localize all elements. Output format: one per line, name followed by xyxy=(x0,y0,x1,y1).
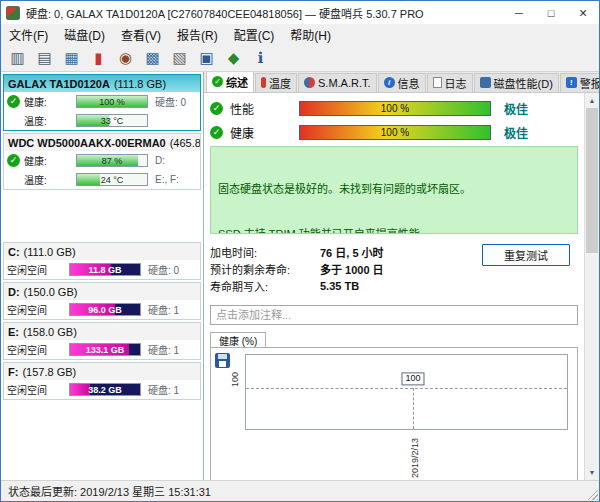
tab-bar: ✓ 综述 温度 S.M.A.R.T. i 信息 日志 xyxy=(204,72,599,93)
tab-disk-performance[interactable]: 磁盘性能(D) xyxy=(474,73,559,92)
disk-sidebar: GALAX TA1D0120A (111.8 GB) ✓ 健康: 100 % 硬… xyxy=(1,72,204,480)
disk-header[interactable]: WDC WD5000AAKX-00ERMA0 (465.8 GB) xyxy=(4,134,200,151)
menu-help[interactable]: 帮助(H) xyxy=(282,24,339,45)
free-space-row: 空闲空间 133.1 GB 硬盘: 1 xyxy=(4,340,200,359)
save-chart-icon[interactable] xyxy=(215,353,230,368)
health-ok-icon: ✓ xyxy=(7,154,20,167)
partition-header[interactable]: F: (157.8 GB) xyxy=(4,363,200,380)
tab-label: 警报(A) xyxy=(580,75,599,91)
menu-disk[interactable]: 磁盘(D) xyxy=(56,24,113,45)
save-report-icon[interactable]: ▣ xyxy=(194,46,219,69)
resize-grip[interactable] xyxy=(585,487,598,500)
disk-size: (465.8 GB) xyxy=(170,137,200,149)
surface-test-icon[interactable]: ▩ xyxy=(140,46,165,69)
free-space-value: 11.8 GB xyxy=(70,264,140,275)
temperature-icon[interactable]: ▮ xyxy=(86,46,111,69)
sidebar-partition-c[interactable]: C: (111.0 GB) 空闲空间 11.8 GB 硬盘: 0 xyxy=(3,242,201,280)
disk-temp-row: 温度: 24 °C E:, F: xyxy=(4,170,200,189)
disk-info-icon[interactable]: ▦ xyxy=(59,46,84,69)
overview-panel: ✓ 性能 100 % 极佳 ✓ 健康 100 % xyxy=(204,93,584,480)
app-window: 硬盘: 0, GALAX TA1D0120A [C27607840CEE0481… xyxy=(0,0,600,502)
document-icon xyxy=(433,77,442,88)
tab-temperature[interactable]: 温度 xyxy=(255,73,297,92)
retest-button[interactable]: 重复测试 xyxy=(482,244,570,266)
free-space-value: 38.2 GB xyxy=(70,384,140,395)
scroll-track[interactable] xyxy=(585,108,599,465)
status-text-box: 固态硬盘状态是极好的。未找到有问题的或坏扇区。 SSD 支持 TRIM 功能并已… xyxy=(210,146,578,234)
partition-size: (150.0 GB) xyxy=(24,286,78,298)
health-bar: 100 % xyxy=(76,95,148,108)
menu-view[interactable]: 查看(V) xyxy=(113,24,169,45)
sidebar-partition-e[interactable]: E: (158.0 GB) 空闲空间 133.1 GB 硬盘: 1 xyxy=(3,322,201,360)
partition-header[interactable]: D: (150.0 GB) xyxy=(4,283,200,300)
health-chart-section: 健康 (%) 100 100 2019/2/13 xyxy=(210,331,578,480)
partition-size: (157.8 GB) xyxy=(22,366,76,378)
free-space-row: 空闲空间 11.8 GB 硬盘: 0 xyxy=(4,260,200,279)
thermometer-icon xyxy=(261,77,266,88)
hard-disk-icon[interactable]: ▥ xyxy=(5,46,30,69)
menu-bar: 文件(F) 磁盘(D) 查看(V) 报告(R) 配置(C) 帮助(H) xyxy=(1,24,599,44)
chart-gridline-h xyxy=(246,388,567,389)
scroll-thumb[interactable] xyxy=(586,108,598,253)
disk-health-row: ✓ 健康: 100 % 硬盘: 0 xyxy=(4,92,200,111)
health-ok-icon: ✓ xyxy=(7,95,20,108)
remaining-lifetime-label: 预计的剩余寿命: xyxy=(210,261,320,277)
vertical-scrollbar[interactable]: ▲ ▼ xyxy=(584,93,599,480)
partition-letter: C: xyxy=(8,246,20,258)
sidebar-disk-0[interactable]: GALAX TA1D0120A (111.8 GB) ✓ 健康: 100 % 硬… xyxy=(3,74,201,131)
smart-icon[interactable]: ◉ xyxy=(113,46,138,69)
report-icon[interactable]: ▧ xyxy=(167,46,192,69)
health-chart-tab[interactable]: 健康 (%) xyxy=(210,332,266,348)
scroll-up-arrow[interactable]: ▲ xyxy=(585,93,599,108)
partition-letter: F: xyxy=(8,366,18,378)
tab-smart[interactable]: S.M.A.R.T. xyxy=(298,73,377,92)
title-bar: 硬盘: 0, GALAX TA1D0120A [C27607840CEE0481… xyxy=(1,1,599,24)
menu-file[interactable]: 文件(F) xyxy=(1,24,56,45)
partition-header[interactable]: E: (158.0 GB) xyxy=(4,323,200,340)
tab-label: S.M.A.R.T. xyxy=(318,77,371,89)
disk-header[interactable]: GALAX TA1D0120A (111.8 GB) xyxy=(4,75,200,92)
lifetime-writes-label: 寿命期写入: xyxy=(210,278,320,294)
maximize-button[interactable]: □ xyxy=(535,1,567,24)
health-bar: 100 % xyxy=(299,125,491,140)
tab-alerts[interactable]: ! 警报(A) xyxy=(560,73,599,92)
select-disk-icon[interactable]: ▤ xyxy=(32,46,57,69)
status-line: SSD 支持 TRIM 功能并已开启来提高性能。 xyxy=(218,227,570,234)
smart-icon: ◉ xyxy=(119,50,132,65)
sidebar-disk-1[interactable]: WDC WD5000AAKX-00ERMA0 (465.8 GB) ✓ 健康: … xyxy=(3,133,201,190)
tab-log[interactable]: 日志 xyxy=(427,73,473,92)
lifetime-writes-row: 寿命期写入: 5.35 TB xyxy=(210,277,578,294)
power-on-time-label: 加电时间: xyxy=(210,244,320,260)
temp-value: 24 °C xyxy=(77,174,147,185)
chart-x-tick: 2019/2/13 xyxy=(410,438,420,478)
menu-config[interactable]: 配置(C) xyxy=(226,24,283,45)
sidebar-partition-d[interactable]: D: (150.0 GB) 空闲空间 96.0 GB 硬盘: 1 xyxy=(3,282,201,320)
drive-letters-label: D: xyxy=(152,155,197,166)
tab-overview[interactable]: ✓ 综述 xyxy=(206,72,254,92)
free-space-bar: 38.2 GB xyxy=(69,383,141,396)
menu-report[interactable]: 报告(R) xyxy=(169,24,226,45)
health-label: 健康: xyxy=(24,94,72,109)
help-info-icon[interactable]: ℹ xyxy=(248,46,273,69)
smart-gauge-icon xyxy=(304,77,315,88)
partition-header[interactable]: C: (111.0 GB) xyxy=(4,243,200,260)
tab-label: 信息 xyxy=(398,75,420,91)
chart-point-label: 100 xyxy=(401,373,424,386)
scroll-down-arrow[interactable]: ▼ xyxy=(585,465,599,480)
tab-label: 综述 xyxy=(226,74,248,90)
tab-information[interactable]: i 信息 xyxy=(378,73,426,92)
free-space-label: 空闲空间 xyxy=(7,342,65,357)
temp-bar: 33 °C xyxy=(76,114,148,127)
free-space-bar: 96.0 GB xyxy=(69,303,141,316)
minimize-button[interactable]: ─ xyxy=(503,1,535,24)
close-button[interactable]: × xyxy=(567,1,599,24)
shield-monitor-icon[interactable]: ◆ xyxy=(221,46,246,69)
report-icon: ▧ xyxy=(172,50,186,65)
performance-bar: 100 % xyxy=(299,101,491,116)
comment-input[interactable] xyxy=(210,305,578,325)
temperature-icon: ▮ xyxy=(94,50,102,65)
sidebar-partition-f[interactable]: F: (157.8 GB) 空闲空间 38.2 GB 硬盘: 1 xyxy=(3,362,201,400)
performance-rating: 极佳 xyxy=(504,100,528,117)
health-bar: 87 % xyxy=(76,154,148,167)
temp-label: 温度: xyxy=(24,172,72,187)
